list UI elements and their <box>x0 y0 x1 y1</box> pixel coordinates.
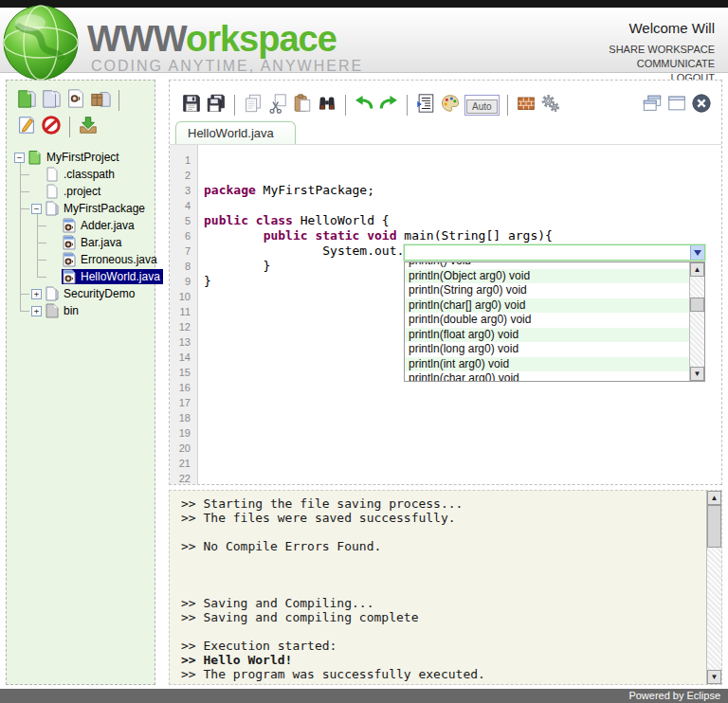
undo-button[interactable] <box>352 93 376 117</box>
tree-item-myfirstpackage[interactable]: −MyFirstPackage <box>7 200 155 217</box>
tree-item-adder-java[interactable]: Adder.java <box>7 217 155 234</box>
package-icon <box>45 286 60 301</box>
item-body: Erroneous.java <box>62 252 157 267</box>
autocomplete-item[interactable]: println() void <box>405 261 689 269</box>
paste-button[interactable] <box>290 93 315 117</box>
scroll-thumb[interactable] <box>707 505 721 548</box>
redo-button[interactable] <box>376 93 401 117</box>
autocomplete-item[interactable]: println(int arg0) void <box>405 357 689 372</box>
autocomplete-item[interactable]: println(long arg0) void <box>405 342 689 357</box>
autocomplete-combobox[interactable] <box>404 244 705 261</box>
compile-settings-button[interactable] <box>538 93 563 117</box>
tree-item-label: SecurityDemo <box>64 287 135 300</box>
tree-item-erroneous-java[interactable]: Erroneous.java <box>7 251 155 268</box>
code-token: HelloWorld { <box>293 213 390 227</box>
scroll-down-button[interactable]: ▼ <box>707 670 721 684</box>
line-number: 12 <box>170 319 197 334</box>
scroll-thumb[interactable] <box>690 297 704 312</box>
scroll-track[interactable] <box>690 312 704 367</box>
tree-item-helloworld-java[interactable]: HelloWorld.java <box>7 268 155 285</box>
line-number: 22 <box>170 471 197 484</box>
code-line-16 <box>204 380 721 395</box>
close-window-button[interactable] <box>689 93 714 117</box>
java-file-icon <box>62 269 77 284</box>
tree-item-bin[interactable]: +bin <box>7 302 155 319</box>
save-button[interactable] <box>179 93 204 117</box>
scroll-down-button[interactable]: ▼ <box>690 367 704 381</box>
combobox-dropdown-button[interactable] <box>690 245 704 260</box>
autocomplete-item[interactable]: println(double arg0) void <box>405 313 689 328</box>
code-line-18 <box>204 410 721 425</box>
tree-item--classpath[interactable]: .classpath <box>7 166 155 183</box>
new-package-button[interactable] <box>88 88 113 113</box>
file-tree: −MyFirstProject.classpath.project−MyFirs… <box>7 149 155 319</box>
wwworkspace-app: WWWorkspace CODING ANYTIME, ANYWHERE Wel… <box>0 0 728 703</box>
autocomplete-item[interactable]: println(float arg0) void <box>405 328 689 343</box>
new-file-button[interactable] <box>39 88 64 113</box>
collapse-toggle[interactable]: − <box>31 204 42 214</box>
console-panel: >> Starting the file saving process...>>… <box>169 490 722 685</box>
format-source-button[interactable] <box>413 93 438 117</box>
tree-item-label: MyFirstProject <box>46 151 119 164</box>
new-project-button[interactable] <box>14 88 39 113</box>
delete-button[interactable] <box>39 115 64 139</box>
expand-toggle[interactable]: + <box>31 306 42 316</box>
copy-button[interactable] <box>241 93 265 117</box>
palette-icon <box>440 93 461 117</box>
console-scrollbar[interactable]: ▲ ▼ <box>706 491 721 684</box>
code-line-21 <box>204 456 721 471</box>
scroll-track[interactable] <box>707 548 721 670</box>
autocomplete-item[interactable]: println(Object arg0) void <box>405 269 689 284</box>
expand-toggle[interactable]: + <box>31 289 42 299</box>
keyword-token: public static void <box>264 228 397 243</box>
line-number: 8 <box>170 259 197 274</box>
rename-button[interactable] <box>14 115 39 139</box>
java-file-icon <box>62 218 77 233</box>
cascade-windows-button[interactable] <box>640 93 664 117</box>
tab-helloworld-java[interactable]: HelloWorld.java <box>175 121 296 144</box>
autocomplete-item[interactable]: println(String arg0) void <box>405 283 689 298</box>
code-token: } <box>204 259 270 273</box>
autocomplete-popup: println() voidprintln(Object arg0) voidp… <box>404 261 705 382</box>
project-icon <box>27 150 43 165</box>
new-java-class-button[interactable] <box>64 88 88 113</box>
autocomplete-input[interactable] <box>405 245 690 260</box>
auto-complete-toggle-button[interactable]: Auto <box>464 95 500 116</box>
code-line-5: public class HelloWorld { <box>204 213 721 228</box>
autocomplete-item[interactable]: println(char[] arg0) void <box>405 298 689 314</box>
share-workspace-link[interactable]: SHARE WORKSPACE <box>609 43 715 57</box>
toolbar-separator <box>118 90 119 111</box>
globe-logo-icon <box>2 4 80 81</box>
tree-connector <box>20 311 29 312</box>
tree-item-bar-java[interactable]: Bar.java <box>7 234 155 251</box>
scroll-track[interactable] <box>690 277 704 297</box>
project-explorer-panel: −MyFirstProject.classpath.project−MyFirs… <box>6 80 155 685</box>
scroll-up-button[interactable]: ▲ <box>707 491 721 505</box>
autocomplete-scrollbar[interactable]: ▲ ▼ <box>689 262 704 381</box>
collapse-toggle[interactable]: − <box>14 153 25 163</box>
tree-connector <box>20 174 29 175</box>
gears-icon <box>540 93 561 117</box>
item-body: bin <box>45 303 79 318</box>
tree-item-myfirstproject[interactable]: −MyFirstProject <box>7 149 155 166</box>
search-button[interactable] <box>315 93 339 117</box>
logo-orkspace: orkspace <box>186 19 337 59</box>
scroll-up-button[interactable]: ▲ <box>690 262 704 277</box>
item-body: Bar.java <box>62 235 121 250</box>
autocomplete-item[interactable]: println(char arg0) void <box>405 371 689 381</box>
save-all-button[interactable] <box>204 93 228 117</box>
build-button[interactable] <box>514 93 538 117</box>
autocomplete-items: println() voidprintln(Object arg0) voidp… <box>405 261 689 381</box>
tree-item--project[interactable]: .project <box>7 183 155 200</box>
line-number: 2 <box>170 168 197 183</box>
tree-item-securitydemo[interactable]: +SecurityDemo <box>7 285 155 302</box>
communicate-link[interactable]: COMMUNICATE <box>609 57 715 71</box>
maximize-window-button[interactable] <box>664 93 689 117</box>
syntax-colors-button[interactable] <box>438 93 463 117</box>
cut-button[interactable] <box>265 93 290 117</box>
logo-www: WWW <box>87 19 186 59</box>
tree-item-label: HelloWorld.java <box>81 270 160 283</box>
code-editor[interactable]: 12345678910111213141516171819202122 pack… <box>170 145 721 484</box>
import-button[interactable] <box>76 115 100 139</box>
console-line <box>181 582 699 596</box>
